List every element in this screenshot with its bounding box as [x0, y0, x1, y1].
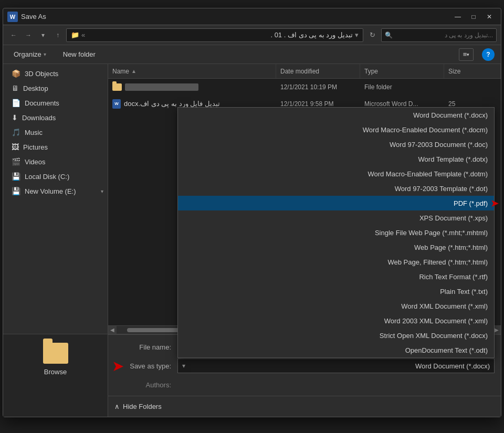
sidebar-item-music[interactable]: 🎵 Music — [3, 125, 108, 140]
nav-dropdown-button[interactable]: ▾ — [37, 29, 49, 41]
sidebar-item-local-disk[interactable]: 💾 Local Disk (C:) — [3, 169, 108, 184]
sort-arrow-icon: ▲ — [131, 68, 136, 74]
word-icon: W — [112, 99, 121, 109]
dropdown-item-html[interactable]: Web Page (*.htm;*.html) — [178, 240, 494, 255]
folder-icon — [112, 83, 122, 91]
address-folder-icon: 📁 — [71, 31, 79, 39]
browse-section: Browse — [3, 334, 108, 417]
sidebar-item-label: 3D Objects — [25, 70, 58, 78]
refresh-button[interactable]: ↻ — [365, 28, 379, 42]
address-bar: ← → ▾ ↑ 📁 « تبدیل ورد به پی دی اف . 01 .… — [3, 25, 501, 45]
sidebar-item-label: Downloads — [22, 114, 56, 122]
save-as-dialog: W Save As — □ ✕ ← → ▾ ↑ 📁 « تبدیل ورد به… — [3, 8, 501, 417]
organize-button[interactable]: Organize ▾ — [9, 48, 50, 60]
dropdown-item-word-docx[interactable]: Word Document (*.docx) — [178, 108, 494, 122]
table-row[interactable]: 12/1/2021 10:19 PM File folder — [108, 79, 501, 96]
date-column-header[interactable]: Date modified — [276, 64, 360, 78]
documents-icon: 📄 — [12, 99, 20, 107]
sidebar-item-label: Videos — [25, 158, 46, 166]
filetype-label: Save as type: — [114, 362, 177, 370]
sidebar-item-downloads[interactable]: ⬇ Downloads — [3, 110, 108, 125]
dropdown-item-xml-2003[interactable]: Word 2003 XML Document (*.xml) — [178, 313, 494, 328]
sidebar-item-pictures[interactable]: 🖼 Pictures — [3, 140, 108, 154]
back-button[interactable]: ← — [7, 29, 20, 41]
sidebar-item-label: Pictures — [23, 143, 48, 151]
minimize-button[interactable]: — — [450, 11, 465, 23]
sidebar-item-label: Desktop — [23, 85, 48, 92]
dropdown-item-word-doc[interactable]: Word 97-2003 Document (*.doc) — [178, 137, 494, 152]
search-input[interactable] — [395, 31, 493, 39]
local-disk-icon: 💾 — [12, 172, 20, 181]
pictures-icon: 🖼 — [12, 143, 19, 151]
type-column-header[interactable]: Type — [360, 64, 444, 78]
browse-button[interactable]: Browse — [44, 368, 67, 376]
file-list-header: Name ▲ Date modified Type Size — [108, 64, 501, 79]
dropdown-item-odt[interactable]: OpenDocument Text (*.odt) — [178, 343, 494, 357]
dropdown-item-mhtml[interactable]: Single File Web Page (*.mht;*.mhtml) — [178, 225, 494, 240]
dropdown-item-html-filtered[interactable]: Web Page, Filtered (*.htm;*.html) — [178, 255, 494, 269]
filetype-dropdown-arrow: ▾ — [182, 362, 185, 369]
forward-button[interactable]: → — [22, 29, 35, 41]
address-chevron: ▾ — [355, 31, 359, 39]
dropdown-item-xml-word[interactable]: Word XML Document (*.xml) — [178, 299, 494, 313]
sidebar-item-label: Music — [25, 129, 43, 136]
filetype-value: Word Document (*.docx) — [185, 362, 490, 370]
save-type-dropdown: Word Document (*.docx) Word Macro-Enable… — [177, 107, 495, 358]
name-column-header[interactable]: Name ▲ — [108, 64, 276, 78]
filetype-row: ➤ Save as type: Word Document (*.docx) ▾… — [114, 358, 495, 374]
toolbar: Organize ▾ New folder ≡ ▾ ? — [3, 45, 501, 64]
view-button[interactable]: ≡ ▾ — [459, 48, 474, 61]
help-button[interactable]: ? — [482, 48, 495, 61]
sidebar-item-label: New Volume (E:) — [25, 187, 76, 195]
hide-folders-button[interactable]: ∧ Hide Folders — [114, 403, 162, 410]
dialog-title: Save As — [21, 13, 450, 20]
filename-label: File name: — [114, 343, 177, 351]
dropdown-item-txt[interactable]: Plain Text (*.txt) — [178, 284, 494, 299]
dropdown-item-word-docm[interactable]: Word Macro-Enabled Document (*.docm) — [178, 122, 494, 137]
search-icon: 🔍 — [385, 31, 393, 39]
dropdown-item-word-dotx[interactable]: Word Template (*.dotx) — [178, 152, 494, 166]
up-button[interactable]: ↑ — [51, 29, 64, 41]
save-type-select[interactable]: Word Document (*.docx) ▾ Word Document (… — [177, 358, 495, 373]
downloads-icon: ⬇ — [12, 113, 18, 122]
pdf-arrow-indicator: ➤ — [490, 197, 499, 209]
sidebar-item-videos[interactable]: 🎬 Videos — [3, 154, 108, 169]
dropdown-item-docx-strict[interactable]: Strict Open XML Document (*.docx) — [178, 328, 494, 343]
titlebar: W Save As — □ ✕ — [3, 8, 501, 25]
dropdown-item-rtf[interactable]: Rich Text Format (*.rtf) — [178, 269, 494, 284]
dropdown-item-pdf[interactable]: PDF (*.pdf) ➤ — [178, 196, 494, 210]
sidebar-item-label: Local Disk (C:) — [25, 173, 69, 181]
bottom-section: Browse File name: تبدیل فایل ورد به پی د… — [3, 334, 501, 417]
file-date-cell: 12/1/2021 10:19 PM — [276, 79, 360, 95]
dropdown-item-xps[interactable]: XPS Document (*.xps) — [178, 210, 494, 225]
sidebar-item-new-volume[interactable]: 💾 New Volume (E:) ▾ — [3, 184, 108, 198]
blurred-filename — [125, 83, 198, 91]
new-volume-icon: 💾 — [12, 187, 20, 195]
sidebar-item-3d-objects[interactable]: 📦 3D Objects — [3, 66, 108, 81]
hide-folders-bar: ∧ Hide Folders — [108, 396, 501, 417]
size-column-header[interactable]: Size — [444, 64, 501, 78]
file-type-cell: File folder — [360, 79, 444, 95]
authors-row: Authors: — [114, 377, 495, 393]
word-icon: W — [7, 12, 18, 22]
sidebar-item-documents[interactable]: 📄 Documents — [3, 96, 108, 110]
close-button[interactable]: ✕ — [482, 11, 497, 23]
address-path: تبدیل ورد به پی دی اف . 01 . — [87, 31, 353, 39]
sidebar: 📦 3D Objects 🖥 Desktop 📄 Documents ⬇ Dow… — [3, 64, 108, 334]
address-box[interactable]: 📁 « تبدیل ورد به پی دی اف . 01 . ▾ — [66, 28, 363, 42]
browse-folder-icon — [43, 343, 68, 364]
maximize-button[interactable]: □ — [466, 11, 481, 23]
dropdown-item-word-dotm[interactable]: Word Macro-Enabled Template (*.dotm) — [178, 166, 494, 181]
new-folder-button[interactable]: New folder — [59, 48, 100, 60]
window-controls: — □ ✕ — [450, 11, 497, 23]
music-icon: 🎵 — [12, 128, 20, 136]
videos-icon: 🎬 — [12, 157, 20, 166]
search-box[interactable]: 🔍 — [381, 28, 497, 42]
desktop-icon: 🖥 — [12, 84, 19, 92]
scroll-left-button[interactable]: ◀ — [108, 326, 117, 334]
dropdown-item-word-dot[interactable]: Word 97-2003 Template (*.dot) — [178, 181, 494, 196]
file-name-cell — [108, 79, 276, 95]
address-prefix: « — [81, 31, 85, 39]
sidebar-item-desktop[interactable]: 🖥 Desktop — [3, 81, 108, 96]
chevron-down-icon: ▾ — [101, 188, 103, 194]
